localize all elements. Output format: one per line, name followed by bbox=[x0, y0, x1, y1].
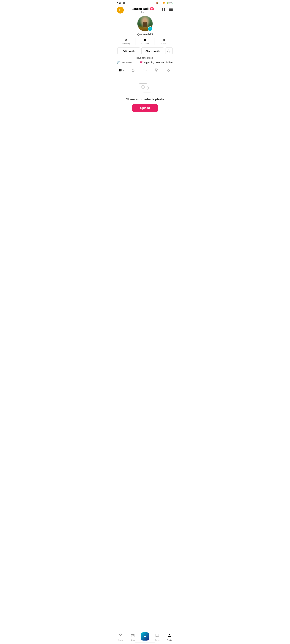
svg-rect-1 bbox=[162, 10, 164, 10]
followers-label: Followers bbox=[140, 42, 150, 45]
status-time: 6:42 🎥 bbox=[117, 2, 126, 4]
shop-icon bbox=[131, 634, 135, 638]
header-actions bbox=[162, 8, 173, 13]
svg-rect-14 bbox=[122, 69, 122, 72]
svg-point-9 bbox=[168, 50, 169, 51]
orders-row: 🛒 Your orders | 💗 Supporting: Save the C… bbox=[117, 61, 173, 64]
nav-home[interactable]: Home bbox=[115, 634, 126, 641]
svg-rect-8 bbox=[169, 10, 173, 11]
following-stat[interactable]: 3 Following bbox=[117, 38, 136, 45]
shop-label: Shop bbox=[131, 639, 135, 641]
bio-text: I love adventure!!!! bbox=[136, 56, 154, 59]
profile-nav-icon bbox=[168, 634, 172, 638]
profile-letter-avatar[interactable]: P bbox=[117, 6, 124, 14]
add-story-button[interactable]: + bbox=[148, 26, 152, 31]
upload-icon bbox=[139, 83, 151, 94]
inbox-icon bbox=[155, 634, 159, 638]
cart-icon: 🛒 bbox=[117, 61, 120, 64]
followers-count: 0 bbox=[137, 38, 153, 42]
throwback-title: Share a throwback photo bbox=[126, 98, 164, 101]
supporting-label: Supporting: Save the Children bbox=[144, 61, 173, 64]
action-buttons: Edit profile Share profile bbox=[117, 48, 173, 54]
likes-stat[interactable]: 0 Likes bbox=[154, 38, 173, 45]
following-count: 3 bbox=[118, 38, 134, 42]
header: P Lauren Deli 9+ her bbox=[114, 5, 176, 14]
header-title: Lauren Deli 9+ bbox=[132, 7, 154, 11]
home-icon bbox=[118, 634, 122, 638]
inbox-label: Inbox bbox=[155, 639, 160, 641]
menu-icon[interactable] bbox=[169, 8, 173, 13]
likes-label: Likes bbox=[162, 42, 166, 45]
tab-grid[interactable]: ▾ bbox=[116, 66, 128, 74]
following-label: Following bbox=[122, 42, 130, 45]
add-friend-button[interactable] bbox=[165, 48, 172, 54]
photo-icon-front bbox=[139, 83, 147, 91]
tab-lock[interactable] bbox=[128, 66, 139, 74]
mute-icon: 🔕 bbox=[156, 2, 158, 4]
profile-section: + @lauren.deli3 3 Following 0 Followers … bbox=[114, 14, 176, 66]
tab-tag[interactable] bbox=[151, 66, 162, 74]
svg-rect-6 bbox=[169, 8, 173, 9]
header-pronoun: her bbox=[132, 11, 154, 13]
svg-rect-13 bbox=[120, 69, 121, 72]
battery-display: 🔋 89%● bbox=[166, 2, 173, 4]
divider: | bbox=[136, 61, 136, 64]
time-display: 6:42 bbox=[117, 2, 122, 4]
orders-label: Your orders bbox=[121, 61, 132, 64]
your-orders-link[interactable]: 🛒 Your orders bbox=[117, 61, 132, 64]
svg-rect-15 bbox=[132, 70, 134, 72]
edit-profile-button[interactable]: Edit profile bbox=[118, 48, 140, 54]
upload-button[interactable]: Upload bbox=[132, 104, 158, 112]
notification-badge[interactable]: 9+ bbox=[150, 8, 154, 10]
header-center: Lauren Deli 9+ her bbox=[132, 7, 154, 13]
content-area: Share a throwback photo Upload bbox=[114, 74, 176, 124]
supporting-link[interactable]: 💗 Supporting: Save the Children bbox=[140, 61, 173, 64]
nav-profile[interactable]: Profile bbox=[164, 634, 175, 641]
tab-repost[interactable] bbox=[139, 66, 151, 74]
home-indicator-bar bbox=[135, 642, 155, 642]
wifi-icon: 📶 bbox=[163, 2, 166, 4]
status-bar: 6:42 🎥 🔕 ▪▪▪▪▪ 📶 🔋 89%● bbox=[114, 0, 176, 5]
svg-rect-0 bbox=[162, 8, 164, 9]
nav-create[interactable] bbox=[140, 634, 150, 640]
username-display: @lauren.deli3 bbox=[137, 33, 153, 36]
signal-icon: ▪▪▪▪▪ bbox=[159, 2, 162, 4]
create-button[interactable] bbox=[141, 632, 149, 640]
svg-point-20 bbox=[169, 634, 170, 635]
svg-rect-4 bbox=[164, 10, 165, 10]
svg-rect-7 bbox=[169, 10, 173, 10]
svg-rect-5 bbox=[164, 10, 165, 11]
likes-count: 0 bbox=[156, 38, 172, 42]
nav-shop[interactable]: Shop bbox=[127, 634, 138, 641]
status-icons: 🔕 ▪▪▪▪▪ 📶 🔋 89%● bbox=[156, 2, 173, 4]
stats-row: 3 Following 0 Followers 0 Likes bbox=[117, 38, 173, 45]
home-label: Home bbox=[118, 639, 123, 641]
tab-arrow: ▾ bbox=[123, 69, 124, 71]
camera-icon: 🎥 bbox=[122, 2, 126, 4]
content-tabs: ▾ bbox=[114, 66, 176, 74]
user-display-name: Lauren Deli bbox=[132, 7, 148, 11]
customize-icon[interactable] bbox=[162, 8, 166, 13]
tab-liked[interactable] bbox=[162, 66, 174, 74]
nav-inbox[interactable]: Inbox bbox=[152, 634, 163, 641]
profile-nav-label: Profile bbox=[167, 639, 172, 641]
heart-shield-icon: 💗 bbox=[140, 61, 143, 64]
svg-rect-12 bbox=[119, 69, 120, 72]
share-profile-button[interactable]: Share profile bbox=[142, 48, 164, 54]
svg-rect-2 bbox=[162, 10, 164, 11]
avatar-container: + bbox=[137, 16, 153, 32]
followers-stat[interactable]: 0 Followers bbox=[136, 38, 154, 45]
home-indicator bbox=[114, 641, 176, 644]
svg-rect-3 bbox=[164, 8, 165, 9]
